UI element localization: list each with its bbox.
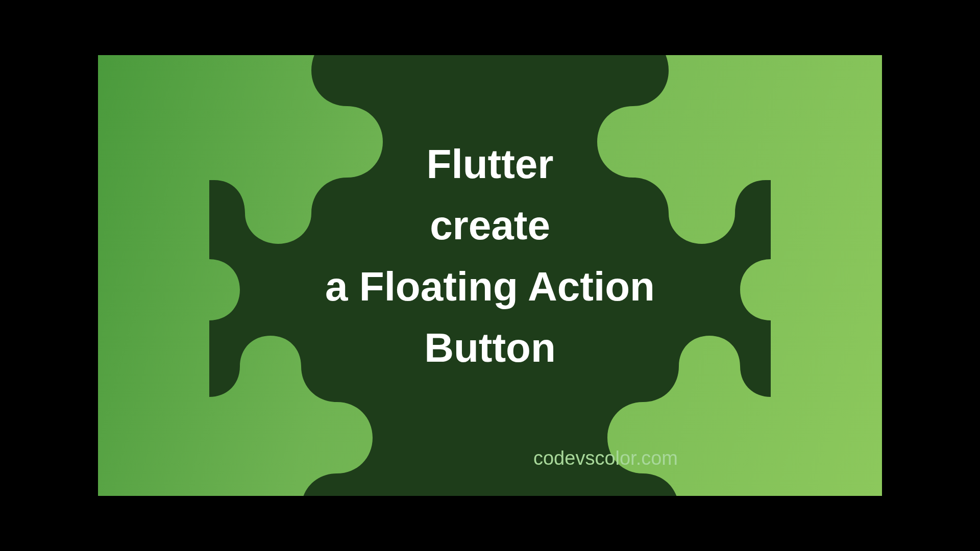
banner-title: Flutter create a Floating Action Button bbox=[260, 134, 720, 379]
attribution-text: codevscolor.com bbox=[533, 447, 678, 469]
title-line-4: Button bbox=[424, 325, 556, 370]
banner-container: Flutter create a Floating Action Button … bbox=[98, 55, 882, 496]
title-line-3: a Floating Action bbox=[325, 264, 655, 309]
title-line-1: Flutter bbox=[427, 141, 554, 187]
title-line-2: create bbox=[430, 203, 550, 248]
